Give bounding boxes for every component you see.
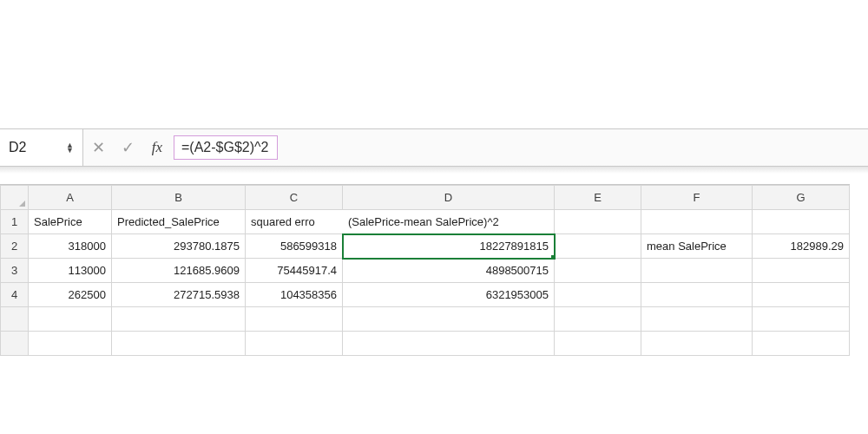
formula-bar: D2 ▲ ▼ ✕ ✓ fx =(A2-$G$2)^2 bbox=[0, 128, 868, 167]
cell-D5[interactable] bbox=[343, 307, 555, 332]
cell-E6[interactable] bbox=[555, 332, 641, 356]
cell-B6[interactable] bbox=[112, 332, 246, 356]
row-header-1[interactable]: 1 bbox=[1, 210, 29, 234]
row-1: 1 SalePrice Predicted_SalePrice squared … bbox=[1, 210, 850, 234]
cell-G4[interactable] bbox=[753, 283, 850, 307]
cell-E2[interactable] bbox=[555, 234, 641, 259]
cell-A4[interactable]: 262500 bbox=[29, 283, 112, 307]
cell-F5[interactable] bbox=[641, 307, 753, 332]
cell-E4[interactable] bbox=[555, 283, 641, 307]
cell-A5[interactable] bbox=[29, 307, 112, 332]
cell-F4[interactable] bbox=[641, 283, 753, 307]
row-header-2[interactable]: 2 bbox=[1, 234, 29, 259]
cell-D4[interactable]: 6321953005 bbox=[343, 283, 555, 307]
cell-C1[interactable]: squared erro bbox=[246, 210, 343, 234]
col-header-C[interactable]: C bbox=[246, 186, 343, 210]
select-all-corner[interactable] bbox=[1, 186, 29, 210]
col-header-F[interactable]: F bbox=[641, 186, 753, 210]
cell-C3[interactable]: 75445917.4 bbox=[246, 259, 343, 283]
col-header-E[interactable]: E bbox=[555, 186, 641, 210]
cell-D1[interactable]: (SalePrice-mean SalePrice)^2 bbox=[343, 210, 555, 234]
spreadsheet-grid: A B C D E F G 1 SalePrice Predicted_Sale… bbox=[0, 184, 850, 356]
cell-E5[interactable] bbox=[555, 307, 641, 332]
row-header-6[interactable] bbox=[1, 332, 29, 356]
name-box-stepper[interactable]: ▲ ▼ bbox=[66, 142, 74, 153]
col-header-A[interactable]: A bbox=[29, 186, 112, 210]
row-4: 4 262500 272715.5938 104358356 632195300… bbox=[1, 283, 850, 307]
row-5 bbox=[1, 307, 850, 332]
cell-A6[interactable] bbox=[29, 332, 112, 356]
cell-D2[interactable]: 18227891815 bbox=[343, 234, 555, 259]
cell-B1[interactable]: Predicted_SalePrice bbox=[112, 210, 246, 234]
cell-G1[interactable] bbox=[753, 210, 850, 234]
divider-shadow bbox=[0, 167, 868, 174]
cell-D3[interactable]: 4898500715 bbox=[343, 259, 555, 283]
cell-A2[interactable]: 318000 bbox=[29, 234, 112, 259]
cell-A3[interactable]: 113000 bbox=[29, 259, 112, 283]
cell-D6[interactable] bbox=[343, 332, 555, 356]
cell-G6[interactable] bbox=[753, 332, 850, 356]
cell-C6[interactable] bbox=[246, 332, 343, 356]
check-icon: ✓ bbox=[122, 138, 135, 157]
cell-G2[interactable]: 182989.29 bbox=[753, 234, 850, 259]
fx-icon: fx bbox=[152, 139, 162, 156]
cell-B3[interactable]: 121685.9609 bbox=[112, 259, 246, 283]
cells-table: A B C D E F G 1 SalePrice Predicted_Sale… bbox=[0, 185, 850, 356]
column-header-row: A B C D E F G bbox=[1, 186, 850, 210]
name-box-value: D2 bbox=[9, 140, 26, 155]
row-2: 2 318000 293780.1875 586599318 182278918… bbox=[1, 234, 850, 259]
row-6 bbox=[1, 332, 850, 356]
col-header-B[interactable]: B bbox=[112, 186, 246, 210]
col-header-D[interactable]: D bbox=[343, 186, 555, 210]
insert-function-button[interactable]: fx bbox=[142, 129, 172, 166]
cell-B2[interactable]: 293780.1875 bbox=[112, 234, 246, 259]
cell-F1[interactable] bbox=[641, 210, 753, 234]
cell-C2[interactable]: 586599318 bbox=[246, 234, 343, 259]
confirm-formula-button[interactable]: ✓ bbox=[113, 129, 142, 166]
cell-F2[interactable]: mean SalePrice bbox=[641, 234, 753, 259]
cell-E1[interactable] bbox=[555, 210, 641, 234]
formula-input[interactable]: =(A2-$G$2)^2 bbox=[174, 135, 278, 160]
chevron-down-icon: ▼ bbox=[66, 148, 74, 153]
cell-A1[interactable]: SalePrice bbox=[29, 210, 112, 234]
row-header-4[interactable]: 4 bbox=[1, 283, 29, 307]
cell-C5[interactable] bbox=[246, 307, 343, 332]
row-header-3[interactable]: 3 bbox=[1, 259, 29, 283]
cell-G5[interactable] bbox=[753, 307, 850, 332]
cell-B5[interactable] bbox=[112, 307, 246, 332]
cell-B4[interactable]: 272715.5938 bbox=[112, 283, 246, 307]
cell-F6[interactable] bbox=[641, 332, 753, 356]
cell-E3[interactable] bbox=[555, 259, 641, 283]
name-box[interactable]: D2 ▲ ▼ bbox=[0, 129, 83, 166]
cell-F3[interactable] bbox=[641, 259, 753, 283]
cell-G3[interactable] bbox=[753, 259, 850, 283]
close-icon: ✕ bbox=[92, 138, 105, 157]
row-3: 3 113000 121685.9609 75445917.4 48985007… bbox=[1, 259, 850, 283]
row-header-5[interactable] bbox=[1, 307, 29, 332]
col-header-G[interactable]: G bbox=[753, 186, 850, 210]
formula-input-wrap: =(A2-$G$2)^2 bbox=[172, 129, 868, 166]
cancel-formula-button[interactable]: ✕ bbox=[83, 129, 113, 166]
cell-C4[interactable]: 104358356 bbox=[246, 283, 343, 307]
